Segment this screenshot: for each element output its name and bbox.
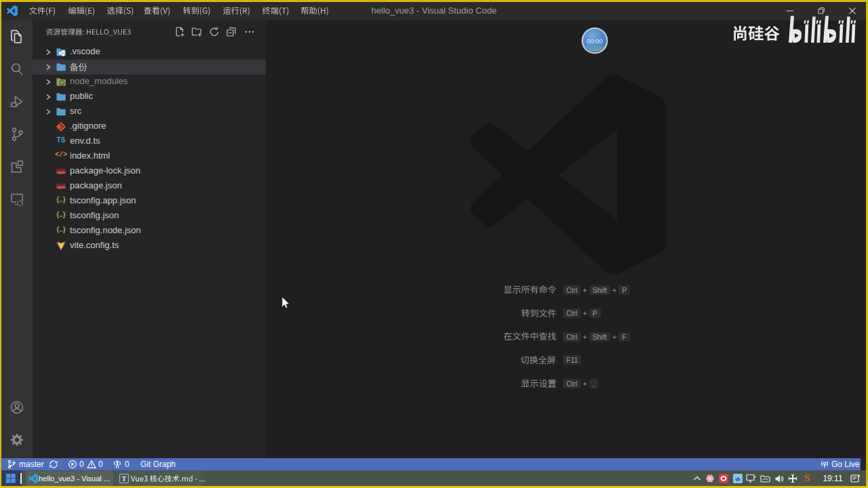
svg-text:npm: npm: [57, 170, 65, 174]
svg-text:00:00: 00:00: [587, 37, 603, 45]
svg-text:T: T: [122, 476, 127, 483]
svg-text:npm: npm: [57, 185, 65, 189]
